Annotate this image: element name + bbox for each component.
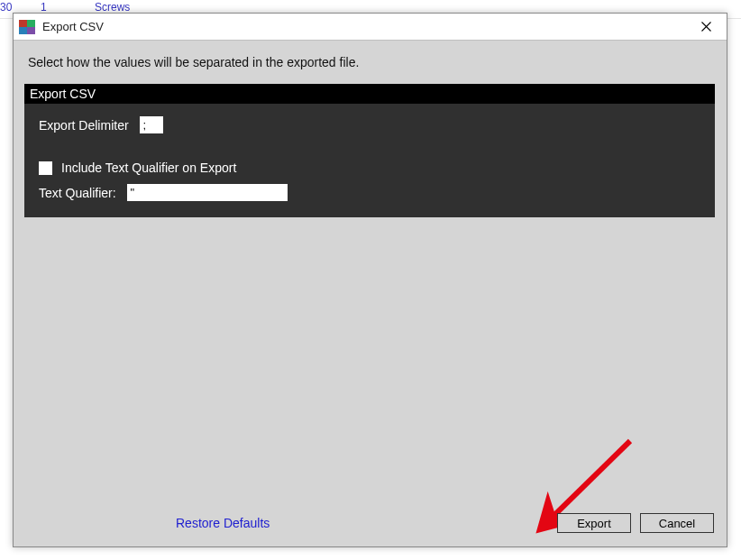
dialog-footer: Restore Defaults Export Cancel xyxy=(14,509,727,546)
restore-defaults-link[interactable]: Restore Defaults xyxy=(170,515,275,531)
bg-row-num-truncated: 30 xyxy=(0,1,7,14)
export-csv-dialog: Export CSV Select how the values will be… xyxy=(13,13,727,547)
checkbox-include-qualifier[interactable] xyxy=(39,161,52,175)
panel-header: Export CSV xyxy=(24,84,715,104)
app-icon xyxy=(19,20,35,34)
close-button[interactable] xyxy=(685,14,727,41)
input-text-qualifier[interactable] xyxy=(127,184,288,201)
label-export-delimiter: Export Delimiter xyxy=(39,118,129,133)
footer-buttons: Export Cancel xyxy=(557,513,714,533)
bg-cell-1: 1 xyxy=(41,1,47,14)
bg-cell-2: Screws xyxy=(95,1,130,14)
dialog-body: Select how the values will be separated … xyxy=(14,41,727,546)
panel-export-csv: Export Delimiter Include Text Qualifier … xyxy=(24,104,715,217)
row-include-qualifier: Include Text Qualifier on Export xyxy=(39,161,700,175)
input-export-delimiter[interactable] xyxy=(140,116,163,133)
export-button[interactable]: Export xyxy=(557,513,631,533)
row-text-qualifier: Text Qualifier: xyxy=(39,184,700,201)
label-text-qualifier: Text Qualifier: xyxy=(39,186,116,200)
instruction-text: Select how the values will be separated … xyxy=(28,55,718,69)
label-include-qualifier: Include Text Qualifier on Export xyxy=(61,161,236,175)
dialog-title: Export CSV xyxy=(42,20,104,33)
cancel-button[interactable]: Cancel xyxy=(640,513,714,533)
row-delimiter: Export Delimiter xyxy=(39,116,700,133)
titlebar: Export CSV xyxy=(14,14,727,41)
close-icon xyxy=(701,22,711,32)
